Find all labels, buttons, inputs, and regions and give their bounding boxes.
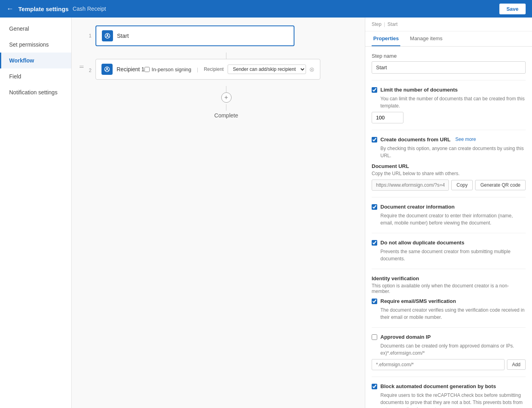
main-layout: General Set permissions Workflow Field N… [0, 18, 532, 408]
no-duplicate-checkbox[interactable] [372, 240, 377, 246]
recipient-dropdown[interactable]: Sender can add/skip recipient [228, 64, 306, 74]
block-bots-row: Block automated document generation by b… [372, 383, 526, 389]
limit-docs-title: Limit the number of documents [380, 87, 458, 93]
header-title: Template settings [18, 6, 68, 12]
back-button[interactable]: ← [6, 5, 14, 13]
doc-url-row: Copy Generate QR code [372, 180, 526, 191]
breadcrumb-step: Step [372, 21, 382, 27]
approved-domain-title: Approved domain IP [380, 334, 431, 340]
step-start-label: Start [117, 33, 288, 39]
step-start-icon [102, 30, 113, 41]
header: ← Template settings Cash Receipt Save [0, 0, 532, 18]
step-name-input[interactable] [372, 61, 526, 74]
block-bots-desc: Require users to tick the reCAPTCHA chec… [380, 392, 526, 408]
inperson-signing-checkbox[interactable] [144, 67, 150, 72]
sidebar-item-workflow[interactable]: Workflow [0, 53, 71, 68]
tab-manage-items[interactable]: Manage items [408, 31, 444, 46]
sidebar-item-notification-settings[interactable]: Notification settings [0, 84, 71, 100]
domain-add-button[interactable]: Add [507, 359, 526, 370]
limit-docs-desc: You can limit the number of documents th… [380, 95, 526, 109]
connector-1 [95, 53, 357, 59]
limit-docs-row: Limit the number of documents [372, 87, 526, 93]
header-subtitle: Cash Receipt [72, 6, 106, 12]
svg-point-3 [106, 68, 108, 69]
approved-domain-desc: Documents can be created only from appro… [380, 342, 526, 357]
creator-info-row: Document creator information [372, 204, 526, 210]
step-name-label: Step name [372, 53, 526, 59]
block-bots-title: Block automated document generation by b… [380, 383, 496, 389]
step-remove-button[interactable]: ⊗ [309, 66, 314, 73]
panel-breadcrumb: Step | Start [365, 18, 532, 31]
sidebar-item-set-permissions[interactable]: Set permissions [0, 37, 71, 53]
doc-url-label: Document URL [372, 163, 526, 169]
no-duplicate-title: Do not allow duplicate documents [380, 240, 464, 246]
breadcrumb-current: Start [388, 21, 398, 27]
inperson-signing-label[interactable]: In-person signing [144, 66, 191, 72]
create-url-title: Create documents from URL [380, 137, 450, 143]
limit-docs-input[interactable] [372, 112, 403, 123]
no-duplicate-row: Do not allow duplicate documents [372, 240, 526, 246]
require-email-sms-title: Require email/SMS verification [380, 298, 456, 304]
step-card-recipient[interactable]: Recipient 1 In-person signing | Recipien… [95, 59, 320, 80]
step-row-1: 1 Start [80, 25, 357, 46]
step-number-2: 2 [80, 66, 92, 73]
add-step-button[interactable]: + [221, 92, 232, 103]
svg-point-1 [107, 34, 108, 36]
create-url-checkbox[interactable] [372, 137, 377, 143]
domain-input-row: Add [372, 359, 526, 370]
step-number-1: 1 [80, 33, 92, 39]
approved-domain-row: Approved domain IP [372, 334, 526, 340]
step-card-start[interactable]: Start [95, 25, 294, 46]
drag-handle[interactable] [80, 66, 89, 68]
tab-properties[interactable]: Properties [372, 31, 400, 46]
complete-section: + Complete [95, 86, 357, 119]
step-divider: | [197, 66, 198, 72]
panel-tabs: Properties Manage items [365, 31, 532, 47]
step-recipient-icon [101, 64, 113, 75]
creator-info-desc: Require the document creator to enter th… [380, 212, 526, 226]
generate-qr-button[interactable]: Generate QR code [475, 180, 526, 190]
no-duplicate-desc: Prevents the same document creator from … [380, 248, 526, 262]
require-email-sms-desc: The document creator verifies using the … [380, 306, 526, 321]
limit-docs-checkbox[interactable] [372, 87, 377, 93]
sidebar-item-field[interactable]: Field [0, 68, 71, 84]
copy-url-button[interactable]: Copy [451, 180, 473, 190]
doc-url-desc: Copy the URL below to share with others. [372, 171, 526, 176]
step-recipient-label: Recipient 1 [117, 66, 144, 72]
see-more-link[interactable]: See more [455, 137, 476, 142]
block-bots-checkbox[interactable] [372, 384, 377, 389]
create-url-desc: By checking this option, anyone can crea… [380, 145, 526, 159]
step-row-2: 2 Recipient 1 In-person signing | Recipi… [80, 59, 357, 80]
identity-section-desc: This option is available only when the d… [372, 283, 526, 294]
workflow-canvas: 1 Start 2 [72, 18, 365, 408]
create-from-url-row: Create documents from URL See more [372, 137, 526, 143]
breadcrumb-separator: | [384, 21, 385, 27]
identity-section-title: Identity verification [372, 275, 526, 281]
sidebar: General Set permissions Workflow Field N… [0, 18, 72, 408]
creator-info-title: Document creator information [380, 204, 454, 210]
approved-domain-checkbox[interactable] [372, 334, 377, 340]
sidebar-item-general[interactable]: General [0, 21, 71, 37]
step-role-tag: Recipient [204, 66, 224, 72]
domain-input[interactable] [372, 359, 505, 370]
creator-info-checkbox[interactable] [372, 204, 377, 210]
complete-label: Complete [214, 112, 238, 119]
require-email-sms-row: Require email/SMS verification [372, 298, 526, 304]
inperson-signing-text: In-person signing [152, 66, 191, 72]
right-panel: Step | Start Properties Manage items Ste… [365, 18, 532, 408]
doc-url-input[interactable] [372, 180, 449, 191]
save-button[interactable]: Save [499, 4, 526, 14]
require-email-sms-checkbox[interactable] [372, 299, 377, 304]
panel-content: Step name Limit the number of documents … [365, 47, 532, 408]
